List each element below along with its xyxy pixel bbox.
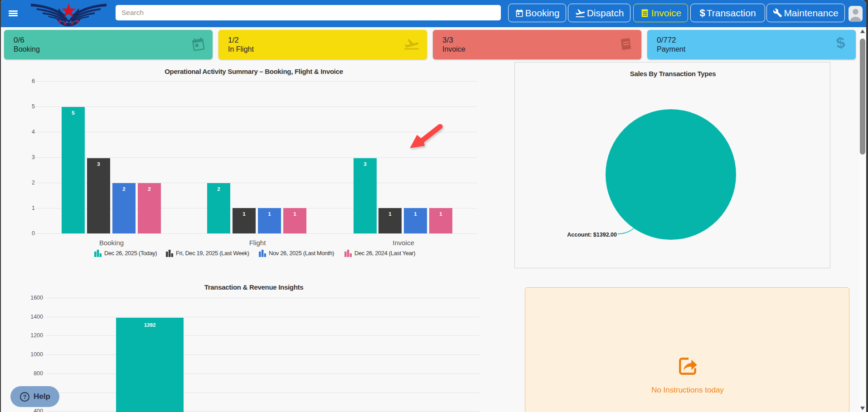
svg-text:?: ? — [23, 393, 27, 400]
svg-text:Account: $1392.00: Account: $1392.00 — [567, 232, 617, 238]
